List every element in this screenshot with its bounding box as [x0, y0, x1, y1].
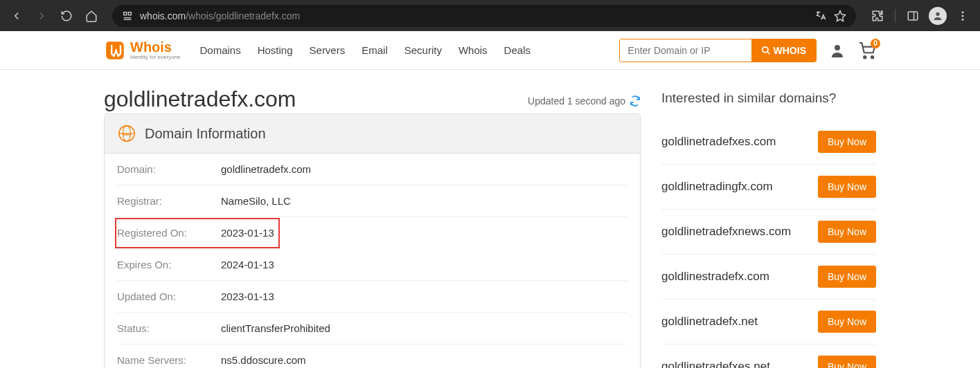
info-label: Expires On: [117, 259, 221, 270]
sidepanel-icon[interactable] [902, 6, 923, 26]
info-label: Name Servers: [117, 354, 221, 368]
nav-security[interactable]: Security [404, 44, 442, 56]
nav-deals[interactable]: Deals [504, 44, 531, 56]
extensions-icon[interactable] [867, 6, 888, 26]
similar-domain-name: goldlinetradefxes.net [661, 360, 770, 368]
similar-domain-item: goldlinetradefx.net Buy Now [661, 300, 876, 344]
similar-domain-name: goldlinetradefx.net [661, 315, 758, 329]
info-value: 2023-01-13 [221, 291, 274, 302]
search-icon [761, 46, 771, 55]
info-row-expires-on: Expires On: 2024-01-13 [117, 249, 627, 281]
info-label: Status: [117, 322, 221, 334]
chrome-menu-icon[interactable] [952, 6, 973, 26]
card-header: www Domain Information [105, 114, 640, 154]
svg-point-7 [936, 12, 939, 15]
profile-button[interactable] [927, 6, 948, 26]
nav-email[interactable]: Email [362, 44, 388, 56]
url-bar[interactable]: whois.com/whois/goldlinetradefx.com [112, 5, 856, 27]
svg-marker-4 [835, 10, 846, 21]
search-button-label: WHOIS [774, 45, 806, 56]
info-value: goldlinetradefx.com [221, 163, 311, 175]
info-value: 2024-01-13 [221, 259, 274, 270]
buy-now-button[interactable]: Buy Now [818, 221, 876, 243]
logo-icon [104, 39, 126, 62]
buy-now-button[interactable]: Buy Now [818, 266, 876, 288]
info-row-domain: Domain: goldlinetradefx.com [117, 154, 627, 185]
similar-domain-item: goldlinestradefx.com Buy Now [661, 255, 876, 300]
domain-info-card: www Domain Information Domain: goldlinet… [104, 113, 641, 368]
svg-point-13 [835, 45, 840, 50]
www-icon: www [117, 124, 136, 143]
site-header: Whois Identity for everyone Domains Host… [0, 31, 980, 70]
info-row-status: Status: clientTransferProhibited [117, 313, 627, 344]
sidebar-title: Interested in similar domains? [661, 91, 876, 106]
svg-point-8 [962, 11, 964, 13]
cart-icon[interactable]: 0 [858, 42, 876, 59]
nav-servers[interactable]: Servers [310, 44, 346, 56]
search-input[interactable] [620, 39, 751, 62]
similar-domain-item: goldlinetradefxes.net Buy Now [661, 344, 876, 368]
account-icon[interactable] [829, 42, 846, 59]
nav-hosting[interactable]: Hosting [258, 44, 293, 56]
svg-point-9 [962, 15, 964, 17]
main-nav: Domains Hosting Servers Email Security W… [199, 44, 530, 56]
url-path: /whois/goldlinetradefx.com [186, 10, 300, 21]
nav-whois[interactable]: Whois [458, 44, 488, 56]
similar-domain-name: goldlinetradingfx.com [661, 180, 773, 194]
svg-point-15 [871, 56, 873, 58]
divider [895, 9, 896, 23]
whois-search: WHOIS [619, 39, 817, 62]
url-host: whois.com [140, 10, 186, 21]
similar-domains-sidebar: Interested in similar domains? goldlinet… [661, 86, 876, 368]
info-row-updated-on: Updated On: 2023-01-13 [117, 281, 627, 313]
similar-domain-name: goldlinestradefx.com [661, 270, 769, 284]
svg-point-10 [962, 18, 964, 20]
info-row-registered-on: Registered On: 2023-01-13 [114, 217, 280, 249]
logo-subtext: Identity for everyone [130, 54, 180, 60]
buy-now-button[interactable]: Buy Now [818, 131, 876, 153]
forward-button[interactable] [32, 6, 51, 26]
similar-domain-item: goldlinetradefxnews.com Buy Now [661, 210, 876, 255]
info-label: Registered On: [117, 227, 221, 239]
svg-rect-1 [128, 12, 131, 15]
similar-domain-item: goldlinetradingfx.com Buy Now [661, 165, 876, 210]
nameserver-value: ns5.ddoscure.com [221, 354, 306, 366]
svg-rect-5 [908, 12, 918, 20]
browser-chrome: whois.com/whois/goldlinetradefx.com [0, 0, 980, 31]
cart-badge: 0 [871, 39, 880, 48]
buy-now-button[interactable]: Buy Now [818, 176, 876, 198]
updated-text: Updated 1 second ago [528, 95, 625, 107]
site-settings-icon[interactable] [122, 10, 133, 21]
info-label: Registrar: [117, 195, 221, 207]
info-label: Domain: [117, 163, 221, 175]
main-content: goldlinetradefx.com Updated 1 second ago… [104, 86, 641, 368]
svg-point-11 [762, 46, 767, 52]
buy-now-button[interactable]: Buy Now [818, 356, 876, 368]
search-button[interactable]: WHOIS [751, 39, 816, 62]
home-button[interactable] [82, 6, 101, 26]
nav-domains[interactable]: Domains [199, 44, 240, 56]
logo-text: Whois [130, 40, 180, 54]
card-title: Domain Information [145, 126, 266, 142]
info-row-registrar: Registrar: NameSilo, LLC [117, 185, 627, 217]
svg-rect-0 [124, 12, 127, 15]
buy-now-button[interactable]: Buy Now [818, 311, 876, 333]
info-value[interactable]: clientTransferProhibited [221, 322, 330, 334]
logo[interactable]: Whois Identity for everyone [104, 39, 180, 62]
svg-text:www: www [121, 132, 132, 136]
svg-point-14 [864, 56, 866, 58]
info-label: Updated On: [117, 291, 221, 302]
svg-line-12 [767, 51, 769, 54]
similar-domain-name: goldlinetradefxes.com [661, 135, 776, 149]
back-button[interactable] [7, 6, 26, 26]
similar-domain-name: goldlinetradefxnews.com [661, 225, 791, 239]
bookmark-icon[interactable] [834, 10, 846, 22]
info-value: NameSilo, LLC [221, 195, 291, 207]
info-value: 2023-01-13 [221, 227, 274, 239]
info-row-nameservers: Name Servers: ns5.ddoscure.com ns6.ddosc… [117, 344, 627, 368]
translate-icon[interactable] [814, 10, 827, 22]
reload-button[interactable] [57, 6, 76, 26]
refresh-icon[interactable] [630, 95, 641, 107]
similar-domain-item: goldlinetradefxes.com Buy Now [661, 120, 876, 165]
